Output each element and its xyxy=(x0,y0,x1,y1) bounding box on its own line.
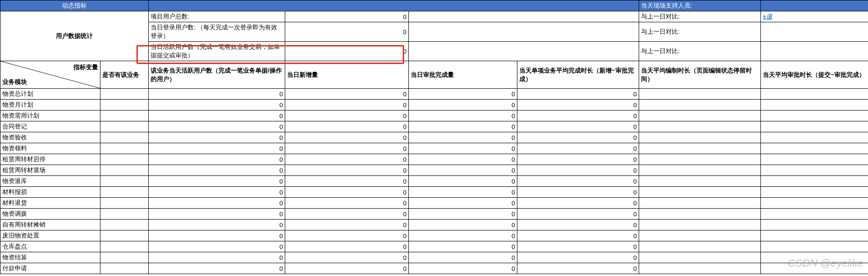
table-row: 仓库盘点0000 xyxy=(0,241,868,252)
row-v5: 0 xyxy=(409,110,517,121)
table-row: 物资需用计划0000 xyxy=(0,110,868,121)
row-v6: 0 xyxy=(517,176,639,187)
row-v7 xyxy=(639,121,761,132)
user-stats-value-0: 0 xyxy=(285,11,409,22)
row-v5: 0 xyxy=(409,176,517,187)
row-has xyxy=(100,165,149,176)
row-v4: 0 xyxy=(285,100,409,110)
row-v3: 0 xyxy=(149,241,285,252)
row-v5: 0 xyxy=(409,220,517,230)
col-approve-count: 当日审批完成量 xyxy=(409,61,517,89)
col-avg-approve: 当天平均审批时长（提交~审批完成） xyxy=(761,61,868,89)
row-v4: 0 xyxy=(285,110,409,121)
row-name: 物资验收 xyxy=(0,132,100,143)
row-v6: 0 xyxy=(517,143,639,154)
row-v8 xyxy=(761,187,868,198)
row-v8 xyxy=(761,220,868,230)
row-v3: 0 xyxy=(149,121,285,132)
user-stats-value-2: 0 xyxy=(285,42,409,61)
row-v4: 0 xyxy=(285,176,409,187)
row-v5: 0 xyxy=(409,100,517,110)
row-v7 xyxy=(639,252,761,263)
col-has-business: 是否有该业务 xyxy=(100,61,149,89)
row-v4: 0 xyxy=(285,143,409,154)
row-has xyxy=(100,89,149,100)
row-v4: 0 xyxy=(285,198,409,209)
row-v5: 0 xyxy=(409,198,517,209)
row-has xyxy=(100,220,149,230)
row-v7 xyxy=(639,230,761,241)
user-stats-group: 用户数据统计 xyxy=(0,11,149,61)
row-v4: 0 xyxy=(285,220,409,230)
row-v3: 0 xyxy=(149,263,285,274)
row-v6: 0 xyxy=(517,110,639,121)
row-v6: 0 xyxy=(517,100,639,110)
row-has xyxy=(100,143,149,154)
user-stats-blank-1 xyxy=(409,22,639,42)
row-v6: 0 xyxy=(517,165,639,176)
row-v3: 0 xyxy=(149,252,285,263)
row-v8 xyxy=(761,263,868,274)
row-name: 物资调拨 xyxy=(0,209,100,220)
row-v6: 0 xyxy=(517,241,639,252)
row-v7 xyxy=(639,241,761,252)
table-row: 物资验收0000 xyxy=(0,132,868,143)
row-v8 xyxy=(761,89,868,100)
table-row: 租赁周转材退场0000 xyxy=(0,165,868,176)
row-v4: 0 xyxy=(285,263,409,274)
row-v5: 0 xyxy=(409,121,517,132)
user-stats-row-0: 用户数据统计 项目用户总数: 0 与上一日对比: ±值 xyxy=(0,11,868,22)
row-v3: 0 xyxy=(149,110,285,121)
row-v7 xyxy=(639,143,761,154)
row-v5: 0 xyxy=(409,263,517,274)
row-v5: 0 xyxy=(409,241,517,252)
row-v8 xyxy=(761,209,868,220)
row-v4: 0 xyxy=(285,89,409,100)
row-v7 xyxy=(639,132,761,143)
row-v8 xyxy=(761,165,868,176)
row-v4: 0 xyxy=(285,241,409,252)
col-new-count: 当日新增量 xyxy=(285,61,409,89)
user-stats-label-1: 当日登录用户数: （每天完成一次登录即为有效登录） xyxy=(149,22,285,42)
row-v5: 0 xyxy=(409,252,517,263)
user-stats-blank-2 xyxy=(409,42,639,61)
row-v4: 0 xyxy=(285,230,409,241)
row-has xyxy=(100,263,149,274)
row-v4: 0 xyxy=(285,165,409,176)
user-stats-link-2 xyxy=(761,42,868,61)
row-v5: 0 xyxy=(409,230,517,241)
row-v4: 0 xyxy=(285,187,409,198)
row-name: 物资领料 xyxy=(0,143,100,154)
row-v5: 0 xyxy=(409,154,517,165)
row-v3: 0 xyxy=(149,132,285,143)
row-v4: 0 xyxy=(285,121,409,132)
row-name: 租赁周转材退场 xyxy=(0,165,100,176)
row-name: 付款申请 xyxy=(0,263,100,274)
user-stats-link-0[interactable]: ±值 xyxy=(763,13,772,20)
row-v8 xyxy=(761,241,868,252)
row-has xyxy=(100,154,149,165)
row-name: 自有周转材摊销 xyxy=(0,220,100,230)
row-has xyxy=(100,241,149,252)
row-v7 xyxy=(639,165,761,176)
row-v5: 0 xyxy=(409,165,517,176)
row-name: 租赁周转材启停 xyxy=(0,154,100,165)
user-stats-compare-0: 与上一日对比: xyxy=(639,11,761,22)
row-v8 xyxy=(761,252,868,263)
row-v5: 0 xyxy=(409,143,517,154)
table-row: 物资调拨0000 xyxy=(0,209,868,220)
row-v3: 0 xyxy=(149,100,285,110)
row-v7 xyxy=(639,154,761,165)
header-row: 动态指标 当天现场支持人员: xyxy=(0,0,868,11)
table-row: 物资月计划0000 xyxy=(0,100,868,110)
row-v8 xyxy=(761,121,868,132)
user-stats-label-0: 项目用户总数: xyxy=(149,11,285,22)
row-v5: 0 xyxy=(409,209,517,220)
row-v5: 0 xyxy=(409,132,517,143)
row-v8 xyxy=(761,198,868,209)
row-v7 xyxy=(639,187,761,198)
row-v6: 0 xyxy=(517,198,639,209)
row-v8 xyxy=(761,100,868,110)
table-row: 自有周转材摊销0000 xyxy=(0,220,868,230)
table-row: 物资总计划0000 xyxy=(0,89,868,100)
